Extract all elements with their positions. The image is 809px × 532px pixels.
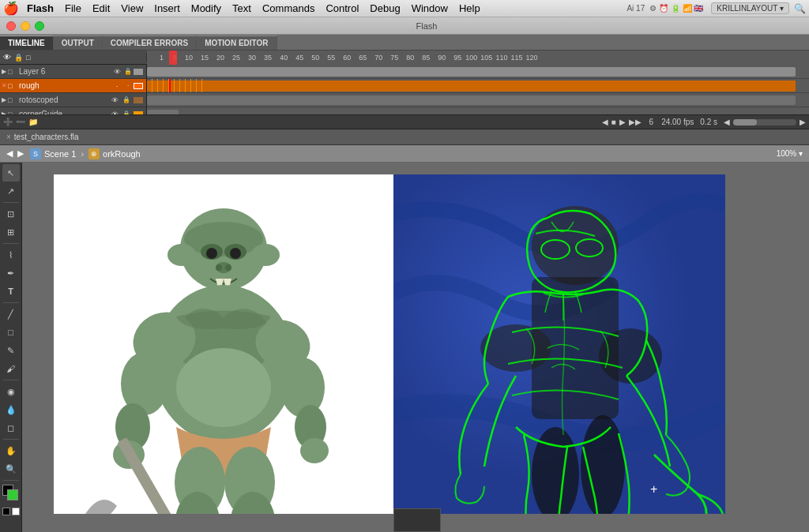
scroll-right-btn[interactable]: ▶ xyxy=(800,118,806,126)
frame-tracks xyxy=(147,65,809,114)
layer-eye-icon[interactable]: 👁 xyxy=(111,68,122,76)
stroke-color-chip[interactable] xyxy=(2,485,20,502)
hand-tool[interactable]: ✋ xyxy=(2,442,20,459)
playhead[interactable] xyxy=(169,51,177,65)
rough-layer-name: rough xyxy=(19,81,111,90)
menu-bar: 🍎 Flash File Edit View Insert Modify Tex… xyxy=(0,0,809,17)
menu-text[interactable]: Text xyxy=(232,2,251,14)
svg-point-17 xyxy=(176,348,271,427)
new-folder-btn[interactable]: 📁 xyxy=(28,118,38,126)
stage-right[interactable] xyxy=(393,174,725,514)
layer-type-icon: □ xyxy=(8,96,19,104)
white-swatch[interactable] xyxy=(12,508,20,515)
eye-icon[interactable]: 👁 xyxy=(3,53,11,62)
zoom-tool[interactable]: 🔍 xyxy=(2,460,20,478)
nav-right-btn[interactable]: ▶ xyxy=(17,148,24,159)
menu-commands[interactable]: Commands xyxy=(262,2,314,14)
current-frame: 6 xyxy=(649,118,654,126)
menu-flash[interactable]: Flash xyxy=(27,2,54,14)
frame-thumbnail-strip xyxy=(393,508,441,532)
outline-icon[interactable]: □ xyxy=(26,54,30,62)
apple-menu[interactable]: 🍎 xyxy=(3,1,19,16)
scene-breadcrumb[interactable]: Scene 1 xyxy=(44,149,76,159)
delete-layer-btn[interactable]: ➖ xyxy=(16,118,25,126)
layer-row-rough[interactable]: ✕ □ rough · · xyxy=(0,79,146,93)
layer-row-cornerguide[interactable]: ▶ □ cornerGuide 👁 🔒 xyxy=(0,107,146,114)
pencil-tool[interactable]: ✎ xyxy=(2,342,20,359)
layer-row-rotoscoped[interactable]: ▶ □ rotoscoped 👁 🔒 xyxy=(0,93,146,107)
maximize-button[interactable] xyxy=(35,21,44,31)
lock-icon[interactable]: 🔒 xyxy=(14,54,23,62)
symbol-breadcrumb[interactable]: orkRough xyxy=(103,149,141,159)
3d-transform-tool[interactable]: ⊞ xyxy=(2,223,20,241)
symbol-icon: ⊕ xyxy=(88,148,100,159)
file-tab-name[interactable]: test_characters.fla xyxy=(14,133,79,141)
roto-eye-icon[interactable]: 👁 xyxy=(111,96,122,104)
rect-tool[interactable]: □ xyxy=(2,324,20,341)
time-value: 0.2 s xyxy=(700,118,717,126)
add-layer-btn[interactable]: ➕ xyxy=(3,118,13,126)
menu-help[interactable]: Help xyxy=(459,2,480,14)
scroll-left-btn[interactable]: ◀ xyxy=(724,118,730,126)
title-bar: Flash xyxy=(0,17,809,35)
prev-frame-btn[interactable]: ◀ xyxy=(602,118,608,126)
tab-output[interactable]: OUTPUT xyxy=(54,36,103,50)
layer-row[interactable]: ▶ □ Layer 6 👁 🔒 xyxy=(0,65,146,79)
arrow-tool[interactable]: ↖ xyxy=(2,164,20,182)
line-tool[interactable]: ╱ xyxy=(2,305,20,323)
frame-scrollbar[interactable] xyxy=(733,119,796,126)
stop-btn[interactable]: ■ xyxy=(611,118,616,126)
black-swatch[interactable] xyxy=(2,508,10,515)
layer-expand-icon: ▶ xyxy=(2,68,8,75)
eyedropper-tool[interactable]: 💧 xyxy=(2,401,20,418)
layer-expand-icon: ▶ xyxy=(2,96,8,103)
next-frame-btn[interactable]: ▶▶ xyxy=(629,118,642,126)
layer-header: 👁 🔒 □ xyxy=(0,53,147,62)
paint-bucket-tool[interactable]: ◉ xyxy=(2,383,20,400)
roto-lock-icon[interactable]: 🔒 xyxy=(122,96,134,103)
menu-edit[interactable]: Edit xyxy=(92,2,110,14)
svg-rect-32 xyxy=(117,437,174,514)
breadcrumb-separator: › xyxy=(81,149,84,159)
menu-file[interactable]: File xyxy=(65,2,81,14)
lasso-tool[interactable]: ⌇ xyxy=(2,246,20,264)
brush-tool[interactable]: 🖌 xyxy=(2,360,20,377)
free-transform-tool[interactable]: ⊡ xyxy=(2,205,20,223)
frames-rough[interactable] xyxy=(147,79,809,93)
pen-tool[interactable]: ✒ xyxy=(2,264,20,282)
menu-view[interactable]: View xyxy=(121,2,143,14)
frames-rotoscoped[interactable] xyxy=(147,93,809,107)
menu-debug[interactable]: Debug xyxy=(370,2,400,14)
tab-compiler-errors[interactable]: COMPILER ERRORS xyxy=(103,36,197,50)
fill-color-chip[interactable] xyxy=(7,489,18,500)
zoom-level[interactable]: 100% ▾ xyxy=(777,149,803,158)
search-icon[interactable]: 🔍 xyxy=(794,3,806,14)
file-close-btn[interactable]: × xyxy=(6,133,11,141)
frames-cornerguide[interactable] xyxy=(147,107,809,114)
eraser-tool[interactable]: ◻ xyxy=(2,419,20,436)
nav-left-btn[interactable]: ◀ xyxy=(6,148,13,159)
svg-point-3 xyxy=(251,244,280,266)
rough-eye-icon[interactable]: · xyxy=(111,82,122,90)
frames-layer6[interactable] xyxy=(147,65,809,79)
fps-value: 24.00 fps xyxy=(661,118,694,126)
rotoscoped-layer-name: rotoscoped xyxy=(19,96,111,104)
text-tool[interactable]: T xyxy=(2,283,20,300)
toolbox: ↖ ↗ ⊡ ⊞ ⌇ ✒ T ╱ □ ✎ 🖌 ◉ 💧 ◻ ✋ 🔍 xyxy=(0,163,22,532)
close-button[interactable] xyxy=(6,21,16,31)
status-icons: ⚙ ⏰ 🔋 📶 🇬🇧 xyxy=(649,4,703,13)
subselect-tool[interactable]: ↗ xyxy=(2,182,20,200)
menu-control[interactable]: Control xyxy=(325,2,359,14)
menu-window[interactable]: Window xyxy=(412,2,448,14)
tab-timeline[interactable]: TIMELINE xyxy=(0,36,54,50)
menu-modify[interactable]: Modify xyxy=(191,2,221,14)
menu-insert[interactable]: Insert xyxy=(154,2,180,14)
play-btn[interactable]: ▶ xyxy=(619,118,626,126)
stage-left[interactable] xyxy=(54,174,393,514)
rough-lock-icon[interactable]: · xyxy=(122,82,134,89)
layer-lock-icon[interactable]: 🔒 xyxy=(122,68,134,75)
workspace-selector[interactable]: KRILLINLAYOUT ▾ xyxy=(711,2,789,14)
tab-motion-editor[interactable]: MOTION EDITOR xyxy=(197,36,277,50)
minimize-button[interactable] xyxy=(21,21,30,31)
svg-point-7 xyxy=(230,248,241,259)
